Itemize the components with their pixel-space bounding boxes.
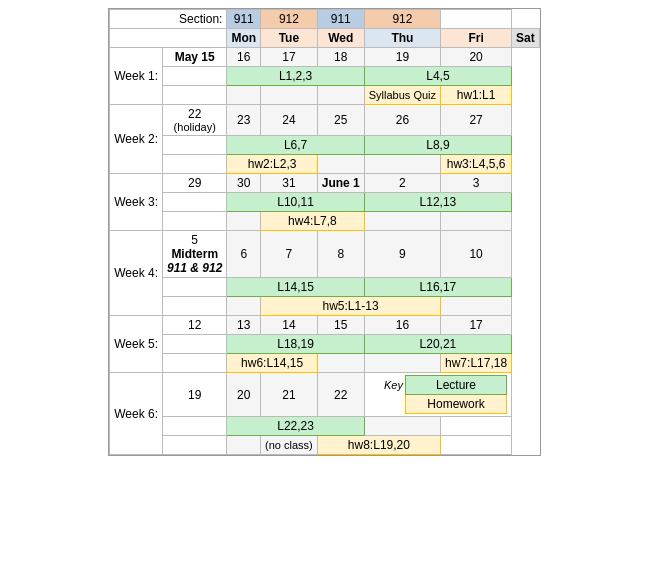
day-mon: Mon bbox=[227, 29, 261, 48]
week2-wed: 24 bbox=[261, 105, 318, 136]
week2-hw1: hw2:L2,3 bbox=[227, 155, 317, 174]
week4-lecture2: L16,17 bbox=[364, 278, 511, 297]
day-empty bbox=[110, 29, 227, 48]
section-912a: 912 bbox=[261, 10, 318, 29]
week4-mon-hw bbox=[163, 297, 227, 316]
week6-wed-hw: (no class) bbox=[261, 436, 318, 455]
section-911b: 911 bbox=[317, 10, 364, 29]
week1-label: Week 1: bbox=[110, 48, 163, 105]
week6-sat-hw bbox=[441, 436, 512, 455]
week5-hw2: hw7:L17,18 bbox=[441, 354, 512, 373]
week1-hw-row: Syllabus Quiz hw1:L1 bbox=[110, 86, 540, 105]
week2-label: Week 2: bbox=[110, 105, 163, 174]
week3-sat-hw bbox=[441, 212, 512, 231]
week3-fri: 2 bbox=[364, 174, 440, 193]
week4-fri: 9 bbox=[364, 231, 440, 278]
week5-sat: 17 bbox=[441, 316, 512, 335]
week6-lecture1: L22,23 bbox=[227, 417, 364, 436]
section-912b: 912 bbox=[364, 10, 440, 29]
week3-tue-hw bbox=[227, 212, 261, 231]
week3-lecture1: L10,11 bbox=[227, 193, 364, 212]
week3-dates: Week 3: 29 30 31 June 1 2 3 bbox=[110, 174, 540, 193]
week3-hw1: hw4:L7,8 bbox=[261, 212, 365, 231]
day-tue: Tue bbox=[261, 29, 318, 48]
week4-lecture1: L14,15 bbox=[227, 278, 364, 297]
key-homework: Homework bbox=[405, 395, 506, 414]
week4-dates: Week 4: 5 Midterm 911 & 912 6 7 8 9 10 bbox=[110, 231, 540, 278]
week5-label: Week 5: bbox=[110, 316, 163, 373]
week2-sat: 27 bbox=[441, 105, 512, 136]
week2-fri: 26 bbox=[364, 105, 440, 136]
week1-tue: 16 bbox=[227, 48, 261, 67]
week1-quiz: Syllabus Quiz bbox=[364, 86, 440, 105]
week2-thu: 25 bbox=[317, 105, 364, 136]
week5-thu: 15 bbox=[317, 316, 364, 335]
week5-mon-hw bbox=[163, 354, 227, 373]
day-sat: Sat bbox=[512, 29, 540, 48]
section-label-text: Section: bbox=[179, 12, 222, 26]
section-911a: 911 bbox=[227, 10, 261, 29]
week6-dates: Week 6: 19 20 21 22 Key Lecture Homework bbox=[110, 373, 540, 417]
week3-hw-row: hw4:L7,8 bbox=[110, 212, 540, 231]
week6-wed: 21 bbox=[261, 373, 318, 417]
week3-fri-hw bbox=[364, 212, 440, 231]
week5-lecture2: L20,21 bbox=[364, 335, 511, 354]
week2-mon-lec bbox=[163, 136, 227, 155]
key-lecture: Lecture bbox=[405, 376, 506, 395]
week5-hw1: hw6:L14,15 bbox=[227, 354, 317, 373]
week6-sat-lec bbox=[441, 417, 512, 436]
week1-thu: 18 bbox=[317, 48, 364, 67]
week3-lecture2: L12,13 bbox=[364, 193, 511, 212]
week3-thu: June 1 bbox=[317, 174, 364, 193]
week4-sat: 10 bbox=[441, 231, 512, 278]
week2-mon: 22 (holiday) bbox=[163, 105, 227, 136]
week1-dates: Week 1: May 15 16 17 18 19 20 bbox=[110, 48, 540, 67]
week4-label: Week 4: bbox=[110, 231, 163, 316]
week6-mon-hw bbox=[163, 436, 227, 455]
week4-tue: 6 bbox=[227, 231, 261, 278]
week5-thu-hw bbox=[317, 354, 364, 373]
day-wed: Wed bbox=[317, 29, 364, 48]
week5-tue: 13 bbox=[227, 316, 261, 335]
week2-lecture2: L8,9 bbox=[364, 136, 511, 155]
week6-fri-lec bbox=[364, 417, 440, 436]
week1-sat: 20 bbox=[441, 48, 512, 67]
week4-sat-hw bbox=[441, 297, 512, 316]
week2-mon-hw bbox=[163, 155, 227, 174]
week2-hw-row: hw2:L2,3 hw3:L4,5,6 bbox=[110, 155, 540, 174]
week6-thu: 22 bbox=[317, 373, 364, 417]
week1-lecture2: L4,5 bbox=[364, 67, 511, 86]
week6-tue: 20 bbox=[227, 373, 261, 417]
week6-tue-hw bbox=[227, 436, 261, 455]
section-empty bbox=[441, 10, 512, 29]
week4-tue-hw bbox=[227, 297, 261, 316]
week1-tue-hw bbox=[227, 86, 261, 105]
week6-hw-row: (no class) hw8:L19,20 bbox=[110, 436, 540, 455]
week4-hw-row: hw5:L1-13 bbox=[110, 297, 540, 316]
week6-no-class: (no class) bbox=[265, 439, 313, 451]
schedule-container: Section: 911 912 911 912 Mon Tue Wed Thu… bbox=[108, 8, 541, 456]
week1-lecture1: L1,2,3 bbox=[227, 67, 364, 86]
section-header-row: Section: 911 912 911 912 bbox=[110, 10, 540, 29]
week1-fri: 19 bbox=[364, 48, 440, 67]
week4-hw1: hw5:L1-13 bbox=[261, 297, 441, 316]
week3-sat: 3 bbox=[441, 174, 512, 193]
week4-thu: 8 bbox=[317, 231, 364, 278]
week2-mon-date: 22 bbox=[167, 107, 222, 121]
week5-mon-lec bbox=[163, 335, 227, 354]
week3-lecture-row: L10,11 L12,13 bbox=[110, 193, 540, 212]
week3-mon-hw bbox=[163, 212, 227, 231]
week2-lecture-row: L6,7 L8,9 bbox=[110, 136, 540, 155]
week1-mon-lec bbox=[163, 67, 227, 86]
week4-mon: 5 Midterm 911 & 912 bbox=[163, 231, 227, 278]
week2-lecture1: L6,7 bbox=[227, 136, 364, 155]
week4-mon-date: 5 bbox=[167, 233, 222, 247]
week3-wed: 31 bbox=[261, 174, 318, 193]
week5-lecture1: L18,19 bbox=[227, 335, 364, 354]
week3-mon: 29 bbox=[163, 174, 227, 193]
week5-lecture-row: L18,19 L20,21 bbox=[110, 335, 540, 354]
week5-fri: 16 bbox=[364, 316, 440, 335]
week6-lecture-row: L22,23 bbox=[110, 417, 540, 436]
week4-lecture-row: L14,15 L16,17 bbox=[110, 278, 540, 297]
day-fri: Fri bbox=[441, 29, 512, 48]
